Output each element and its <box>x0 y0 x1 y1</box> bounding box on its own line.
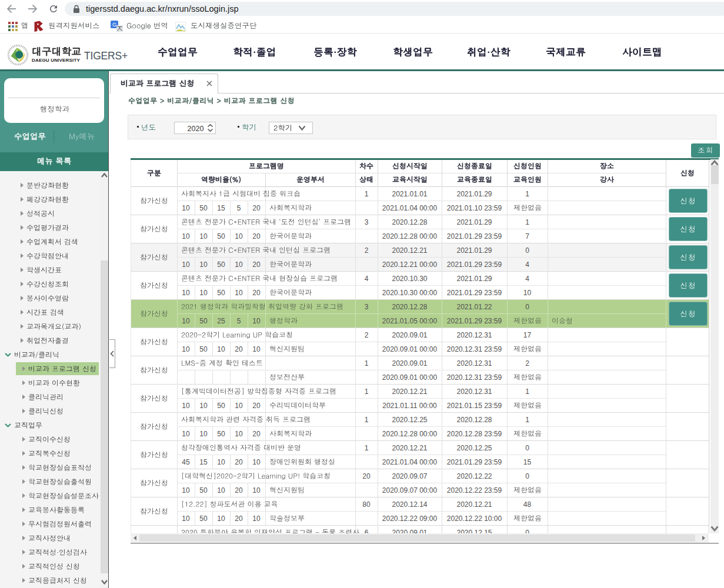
svg-text:G: G <box>112 22 116 28</box>
